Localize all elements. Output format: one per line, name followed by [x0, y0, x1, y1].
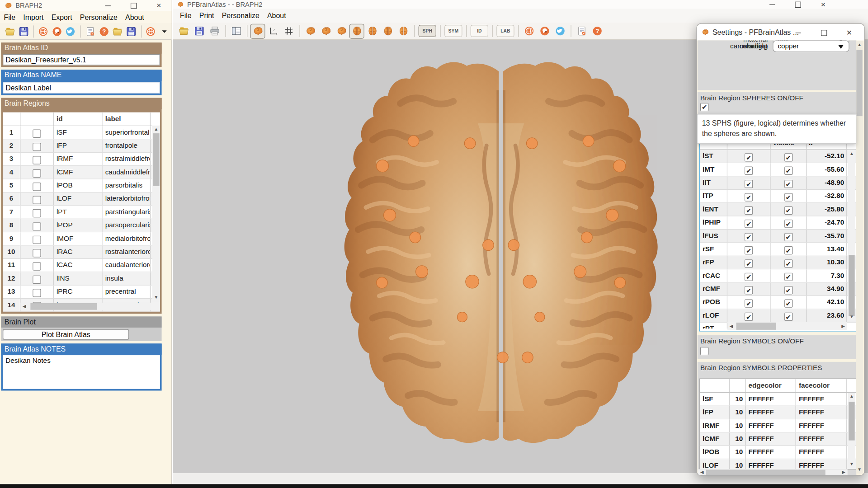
menu-item[interactable]: File [176, 12, 195, 20]
region-checkbox[interactable] [33, 183, 41, 191]
scrollbar-thumb[interactable] [849, 255, 854, 316]
menu-item[interactable]: Print [195, 12, 218, 20]
sphere-select-checkbox[interactable]: ✔ [745, 193, 753, 201]
maximize-button[interactable] [121, 0, 146, 11]
symbol-facecolor-cell[interactable]: FFFFFF [796, 446, 847, 459]
region-label-cell[interactable]: insula [103, 272, 151, 285]
region-checkbox[interactable] [33, 209, 41, 217]
sphere-visible-checkbox[interactable]: ✔ [784, 299, 792, 307]
symbols-horizontal-scrollbar[interactable]: ◀ ▶ [698, 469, 848, 476]
sphere-row[interactable]: rPOB ✔ ✔ 42.10 [700, 296, 856, 309]
region-checkbox[interactable] [33, 222, 41, 230]
region-checkbox[interactable] [33, 169, 41, 177]
symbol-edgecolor-cell[interactable]: FFFFFF [745, 419, 796, 432]
scroll-down-icon[interactable]: ▼ [856, 466, 863, 474]
sphere-visible-checkbox[interactable]: ✔ [784, 272, 792, 281]
save-file-icon[interactable] [192, 23, 207, 38]
minimize-button[interactable] [786, 25, 811, 40]
regions-vertical-scrollbar[interactable]: ▲ ▼ [152, 126, 160, 301]
region-id-cell[interactable]: lPOP [54, 219, 103, 232]
sphere-visible-checkbox[interactable]: ✔ [784, 286, 792, 294]
spheres-toggle-button[interactable]: SPH [419, 25, 436, 37]
brain-region-row[interactable]: 13 lPRC precentral [3, 286, 160, 299]
sphere-row[interactable]: lENT ✔ ✔ -25.80 [700, 203, 856, 216]
sphere-x-cell[interactable]: -55.60 [807, 163, 847, 176]
menu-item[interactable]: About [263, 12, 290, 20]
column-header-label[interactable]: label [103, 113, 151, 126]
sphere-row[interactable]: lTP ✔ ✔ -32.80 [700, 190, 856, 203]
scroll-right-icon[interactable]: ▶ [840, 469, 848, 476]
sphere-id-cell[interactable]: lENT [700, 203, 727, 216]
brain-region-row[interactable]: 4 lCMF caudalmiddlefrontal [3, 166, 160, 179]
sphere-id-cell[interactable]: rCAC [700, 269, 727, 282]
symbol-id-cell[interactable]: lFP [700, 406, 730, 419]
import-file-icon[interactable] [111, 24, 124, 39]
brain-region-row[interactable]: 11 lCAC caudalanteriorcingulate [3, 259, 160, 272]
twitter-icon[interactable] [64, 24, 77, 39]
braph2-titlebar[interactable]: BRAPH2 ✕ [0, 0, 172, 11]
plot-brain-atlas-button[interactable]: Plot Brain Atlas [3, 329, 129, 340]
twitter-icon[interactable] [552, 23, 567, 38]
close-button[interactable]: ✕ [811, 0, 836, 9]
scrollbar-thumb[interactable] [30, 303, 97, 310]
symbol-facecolor-cell[interactable]: FFFFFF [796, 393, 847, 405]
sphere-select-checkbox[interactable]: ✔ [745, 286, 753, 294]
sphere-visible-checkbox[interactable]: ✔ [784, 312, 792, 320]
sphere-select-checkbox[interactable]: ✔ [745, 206, 753, 214]
ids-toggle-button[interactable]: ID [471, 25, 488, 37]
sphere-x-cell[interactable]: -52.10 [807, 150, 847, 163]
show-grid-icon[interactable] [281, 23, 296, 38]
sphere-visible-checkbox[interactable]: ✔ [784, 166, 792, 174]
sphere-x-cell[interactable]: -48.90 [807, 177, 847, 189]
sphere-x-cell[interactable]: 13.40 [807, 243, 847, 256]
scroll-up-icon[interactable]: ▲ [848, 150, 855, 158]
sphere-select-checkbox[interactable]: ✔ [745, 259, 753, 267]
symbol-size-cell[interactable]: 10 [730, 433, 746, 446]
symbol-edgecolor-cell[interactable]: FFFFFF [745, 393, 796, 405]
minimize-button[interactable] [760, 0, 785, 9]
menu-item[interactable]: Personalize [76, 13, 121, 21]
close-button[interactable]: ✕ [146, 0, 171, 11]
sphere-id-cell[interactable]: lTP [700, 190, 727, 202]
sphere-row[interactable]: rLOF ✔ ✔ 23.60 [700, 309, 856, 322]
sphere-id-cell[interactable]: lST [700, 150, 727, 163]
sphere-x-cell[interactable]: -35.70 [807, 230, 847, 242]
symbols-on-off-checkbox[interactable] [700, 347, 708, 355]
sphere-id-cell[interactable]: rSF [700, 243, 727, 256]
about-icon[interactable] [97, 24, 110, 39]
scroll-up-icon[interactable]: ▲ [152, 126, 160, 133]
region-checkbox[interactable] [33, 289, 41, 297]
sphere-x-cell[interactable]: -32.80 [807, 190, 847, 202]
region-id-cell[interactable]: lRMF [54, 153, 103, 165]
open-file-icon[interactable] [3, 24, 16, 39]
symbol-size-cell[interactable]: 10 [730, 406, 746, 419]
scroll-down-icon[interactable]: ▼ [848, 460, 855, 468]
view-right-icon[interactable] [334, 23, 349, 38]
view-front-icon[interactable] [380, 23, 395, 38]
brain-region-row[interactable]: 3 lRMF rostralmiddlefrontal [3, 153, 160, 166]
sphere-row[interactable]: rCMF ✔ ✔ 34.90 [700, 283, 856, 296]
atlas-notes-textarea[interactable]: Desikan Notes [3, 355, 160, 389]
scrollbar-thumb[interactable] [706, 470, 825, 475]
region-label-cell[interactable]: frontalpole [103, 140, 151, 152]
scroll-left-icon[interactable]: ◀ [698, 469, 706, 476]
sphere-visible-checkbox[interactable]: ✔ [784, 220, 792, 228]
region-label-cell[interactable]: lateralorbitofrontal [103, 192, 151, 205]
column-header-facecolor[interactable]: facecolor [796, 379, 847, 392]
symbol-row[interactable]: lRMF 10 FFFFFF FFFFFF [700, 419, 856, 432]
region-id-cell[interactable]: lPT [54, 206, 103, 219]
region-checkbox[interactable] [33, 156, 41, 164]
region-id-cell[interactable]: lFP [54, 140, 103, 152]
region-label-cell[interactable]: parsorbitalis [103, 179, 151, 192]
region-id-cell[interactable]: lPOB [54, 179, 103, 192]
brain-region-row[interactable]: 12 lINS insula [3, 272, 160, 285]
sphere-x-cell[interactable]: 42.10 [807, 296, 847, 309]
symbol-edgecolor-cell[interactable]: FFFFFF [745, 446, 796, 459]
region-label-cell[interactable]: rostralmiddlefrontal [103, 153, 151, 165]
sphere-id-cell[interactable]: lPHIP [700, 216, 727, 229]
pfbrainatlas-titlebar[interactable]: PFBrainAtlas - - BRAPH2 ✕ [173, 0, 868, 9]
sphere-id-cell[interactable]: rFP [700, 256, 727, 269]
symbol-size-cell[interactable]: 10 [730, 446, 746, 459]
region-checkbox[interactable] [33, 143, 41, 151]
region-label-cell[interactable]: rostralanteriorcingulate [103, 246, 151, 258]
